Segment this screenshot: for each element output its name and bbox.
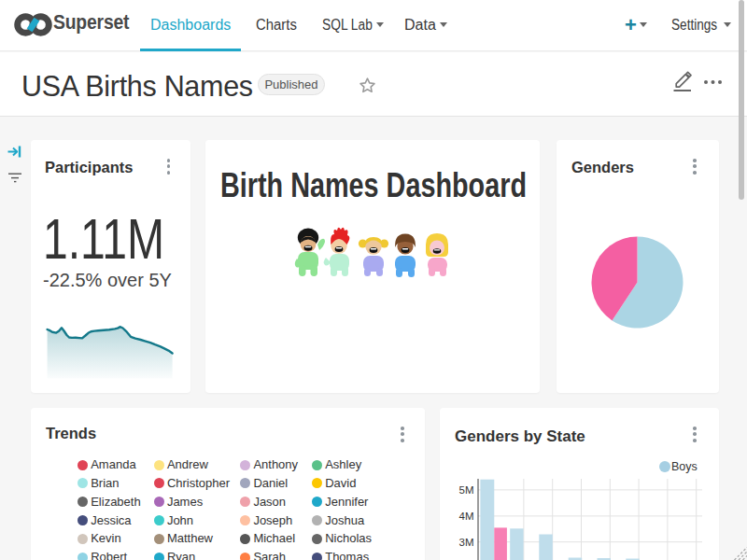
svg-text:3M: 3M [459, 537, 474, 548]
svg-text:4M: 4M [459, 511, 474, 522]
svg-text:5M: 5M [459, 484, 474, 496]
